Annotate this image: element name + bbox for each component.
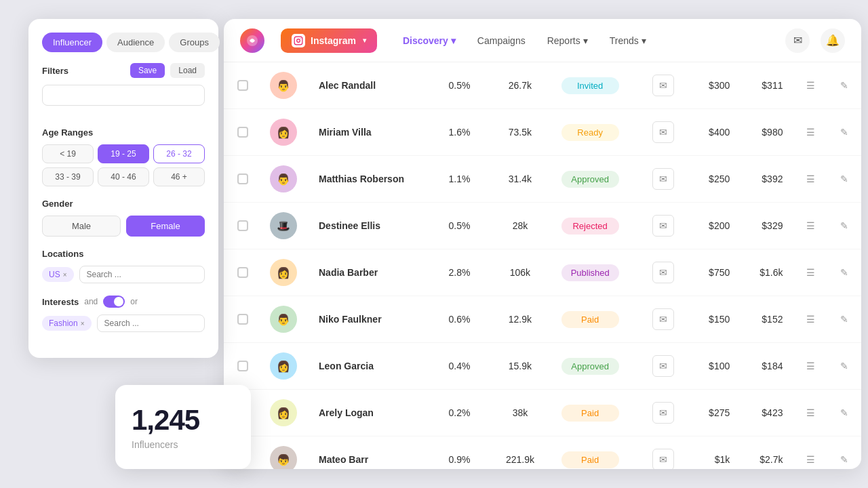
list-icon[interactable]: ☰ [806,267,815,278]
list-icon[interactable]: ☰ [806,407,815,418]
notifications-icon-button[interactable]: 🔔 [821,28,845,53]
avatar-cell: 👩 [259,109,308,156]
location-tag-close[interactable]: × [63,271,67,279]
followers-count: 38k [490,390,550,436]
influencer-name[interactable]: Mateo Barr [308,436,429,470]
price-1: $300 [688,62,741,109]
price-1: $400 [688,109,741,156]
mail-icon-button[interactable]: ✉ [652,402,674,424]
edit-icon[interactable]: ✎ [840,127,848,138]
interest-tag-close[interactable]: × [81,320,85,327]
edit-action-cell: ✎ [828,390,861,436]
edit-icon[interactable]: ✎ [840,174,848,184]
row-checkbox[interactable] [237,127,248,138]
engagement-rate: 0.9% [429,436,490,470]
interests-and-label: and [84,297,98,306]
edit-icon[interactable]: ✎ [840,267,848,278]
followers-count: 28k [490,203,550,249]
influencer-name[interactable]: Destinee Ellis [308,203,429,249]
list-icon[interactable]: ☰ [806,361,815,371]
load-filter-button[interactable]: Load [170,63,205,78]
edit-icon[interactable]: ✎ [840,80,848,91]
location-row: US × [42,266,205,283]
price-2: $980 [741,109,793,156]
mail-icon-button[interactable]: ✉ [652,168,674,190]
mail-icon-cell: ✉ [639,390,688,436]
mail-icon-button[interactable]: ✉ [652,449,674,469]
app-logo [240,28,264,53]
interests-section: Interests and or Fashion × [42,296,205,332]
row-checkbox-cell [224,156,259,203]
save-filter-button[interactable]: Save [130,63,165,78]
price-1: $200 [688,203,741,249]
tab-groups[interactable]: Groups [169,33,220,52]
interests-toggle[interactable] [103,296,125,308]
filter-search-input[interactable] [42,85,205,106]
influencer-name[interactable]: Matthias Roberson [308,156,429,203]
age-btn-33-39[interactable]: 33 - 39 [42,167,94,186]
discovery-label: Discovery [403,35,448,46]
avatar: 👩 [270,259,297,286]
list-icon[interactable]: ☰ [806,454,815,465]
status-badge: Paid [561,311,619,328]
list-icon[interactable]: ☰ [806,80,815,91]
tab-audience[interactable]: Audience [106,33,165,52]
influencer-name[interactable]: Miriam Villa [308,109,429,156]
gender-male-button[interactable]: Male [42,216,121,237]
mail-icon-button[interactable]: ✉ [652,215,674,237]
locations-section: Locations US × [42,249,205,283]
row-checkbox[interactable] [237,361,248,371]
influencer-name[interactable]: Arely Logan [308,390,429,436]
mail-icon-cell: ✉ [639,436,688,470]
avatar: 👩 [270,119,297,146]
row-checkbox[interactable] [237,267,248,278]
age-btn-19-25[interactable]: 19 - 25 [98,144,149,163]
mail-icon-button[interactable]: ✉ [652,121,674,143]
age-btn-26-32[interactable]: 26 - 32 [153,144,205,163]
edit-icon[interactable]: ✎ [840,454,848,465]
interest-search-input[interactable] [97,314,205,332]
age-btn-under19[interactable]: < 19 [42,144,94,163]
list-icon[interactable]: ☰ [806,220,815,231]
row-checkbox[interactable] [237,174,248,184]
tab-influencer[interactable]: Influencer [42,33,102,52]
mail-icon-button[interactable]: ✉ [652,308,674,330]
nav-campaigns[interactable]: Campaigns [468,30,535,52]
age-ranges-label: Age Ranges [42,127,205,138]
influencer-name[interactable]: Nadia Barber [308,249,429,296]
edit-icon[interactable]: ✎ [840,220,848,231]
instagram-platform-button[interactable]: Instagram ▾ [281,28,377,53]
mail-icon-cell: ✉ [639,249,688,296]
row-checkbox[interactable] [237,314,248,325]
row-checkbox[interactable] [237,220,248,231]
campaigns-label: Campaigns [477,35,526,46]
mail-icon-cell: ✉ [639,296,688,343]
table-container: 👨 Alec Randall 0.5% 26.7k Invited ✉ $300… [224,62,861,469]
edit-action-cell: ✎ [828,62,861,109]
edit-icon[interactable]: ✎ [840,361,848,371]
influencer-name[interactable]: Alec Randall [308,62,429,109]
location-search-input[interactable] [79,266,205,283]
mail-icon-button[interactable]: ✉ [652,75,674,96]
gender-female-button[interactable]: Female [126,216,205,237]
price-1: $150 [688,296,741,343]
age-btn-46plus[interactable]: 46 + [153,167,205,186]
list-icon[interactable]: ☰ [806,127,815,138]
age-btn-40-46[interactable]: 40 - 46 [98,167,149,186]
interests-tags: Fashion × [42,314,205,332]
edit-icon[interactable]: ✎ [840,407,848,418]
influencer-name[interactable]: Leon Garcia [308,343,429,390]
nav-reports[interactable]: Reports ▾ [538,30,597,52]
messages-icon-button[interactable]: ✉ [785,28,810,53]
influencer-name[interactable]: Niko Faulkner [308,296,429,343]
mail-icon-button[interactable]: ✉ [652,355,674,377]
row-checkbox-cell [224,249,259,296]
list-icon[interactable]: ☰ [806,174,815,184]
edit-icon[interactable]: ✎ [840,314,848,325]
followers-count: 73.5k [490,109,550,156]
row-checkbox[interactable] [237,80,248,91]
nav-discovery[interactable]: Discovery ▾ [393,30,465,52]
nav-trends[interactable]: Trends ▾ [600,30,656,52]
mail-icon-button[interactable]: ✉ [652,262,674,283]
list-icon[interactable]: ☰ [806,314,815,325]
